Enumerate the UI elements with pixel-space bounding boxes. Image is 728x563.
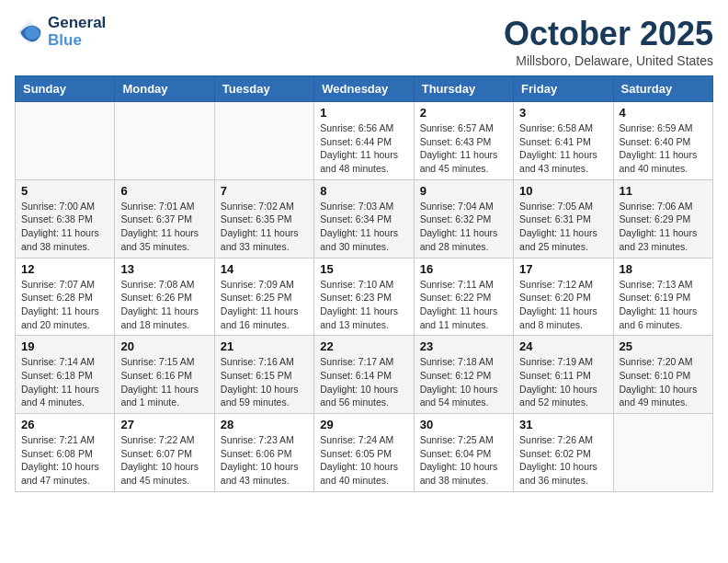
day-number: 11	[620, 184, 707, 198]
calendar-cell: 20Sunrise: 7:15 AM Sunset: 6:16 PM Dayli…	[115, 336, 214, 414]
day-info: Sunrise: 7:18 AM Sunset: 6:12 PM Dayligh…	[420, 355, 507, 409]
calendar-cell: 7Sunrise: 7:02 AM Sunset: 6:35 PM Daylig…	[214, 179, 313, 258]
day-number: 4	[620, 106, 707, 120]
calendar-table: SundayMondayTuesdayWednesdayThursdayFrid…	[15, 75, 713, 492]
calendar-cell	[16, 102, 115, 180]
day-number: 1	[320, 106, 407, 120]
day-info: Sunrise: 6:57 AM Sunset: 6:43 PM Dayligh…	[420, 121, 507, 176]
day-info: Sunrise: 7:24 AM Sunset: 6:05 PM Dayligh…	[320, 433, 407, 488]
day-number: 23	[420, 339, 507, 353]
weekday-header: Friday	[514, 76, 613, 102]
day-number: 24	[519, 339, 607, 353]
day-number: 29	[320, 418, 407, 431]
logo: General Blue	[15, 15, 106, 49]
day-number: 21	[221, 339, 308, 353]
calendar-cell: 30Sunrise: 7:25 AM Sunset: 6:04 PM Dayli…	[414, 414, 513, 492]
day-info: Sunrise: 7:01 AM Sunset: 6:37 PM Dayligh…	[120, 200, 208, 254]
title-block: October 2025 Millsboro, Delaware, United…	[504, 15, 713, 68]
day-info: Sunrise: 7:07 AM Sunset: 6:28 PM Dayligh…	[21, 278, 108, 332]
calendar-cell: 16Sunrise: 7:11 AM Sunset: 6:22 PM Dayli…	[414, 258, 513, 336]
calendar-cell: 25Sunrise: 7:20 AM Sunset: 6:10 PM Dayli…	[613, 336, 712, 414]
day-number: 17	[519, 262, 607, 276]
calendar-cell: 2Sunrise: 6:57 AM Sunset: 6:43 PM Daylig…	[414, 102, 513, 180]
calendar-cell: 12Sunrise: 7:07 AM Sunset: 6:28 PM Dayli…	[16, 258, 115, 336]
day-number: 8	[320, 184, 407, 198]
calendar-cell: 9Sunrise: 7:04 AM Sunset: 6:32 PM Daylig…	[414, 179, 513, 258]
day-number: 22	[320, 339, 407, 353]
day-number: 18	[620, 262, 707, 276]
calendar-cell: 13Sunrise: 7:08 AM Sunset: 6:26 PM Dayli…	[115, 258, 214, 336]
calendar-cell: 29Sunrise: 7:24 AM Sunset: 6:05 PM Dayli…	[314, 414, 414, 492]
calendar-cell: 1Sunrise: 6:56 AM Sunset: 6:44 PM Daylig…	[314, 102, 414, 180]
day-info: Sunrise: 7:17 AM Sunset: 6:14 PM Dayligh…	[320, 355, 407, 409]
day-number: 9	[420, 184, 507, 198]
day-number: 31	[519, 418, 607, 431]
calendar-cell: 11Sunrise: 7:06 AM Sunset: 6:29 PM Dayli…	[613, 179, 712, 258]
day-number: 25	[620, 339, 707, 353]
calendar-header-row: SundayMondayTuesdayWednesdayThursdayFrid…	[16, 76, 713, 102]
day-info: Sunrise: 7:00 AM Sunset: 6:38 PM Dayligh…	[21, 200, 108, 254]
day-info: Sunrise: 7:11 AM Sunset: 6:22 PM Dayligh…	[420, 278, 507, 332]
calendar-week-row: 19Sunrise: 7:14 AM Sunset: 6:18 PM Dayli…	[16, 336, 713, 414]
day-info: Sunrise: 7:05 AM Sunset: 6:31 PM Dayligh…	[519, 200, 607, 254]
day-info: Sunrise: 6:56 AM Sunset: 6:44 PM Dayligh…	[320, 121, 407, 176]
day-info: Sunrise: 7:13 AM Sunset: 6:19 PM Dayligh…	[620, 278, 707, 332]
calendar-cell	[115, 102, 214, 180]
day-number: 12	[21, 262, 108, 276]
month-title: October 2025	[504, 15, 713, 53]
calendar-week-row: 1Sunrise: 6:56 AM Sunset: 6:44 PM Daylig…	[16, 102, 713, 180]
calendar-cell: 3Sunrise: 6:58 AM Sunset: 6:41 PM Daylig…	[514, 102, 613, 180]
logo-text: General Blue	[48, 15, 106, 49]
day-number: 7	[221, 184, 308, 198]
day-number: 2	[420, 106, 507, 120]
page-header: General Blue October 2025 Millsboro, Del…	[15, 15, 713, 68]
day-info: Sunrise: 7:25 AM Sunset: 6:04 PM Dayligh…	[420, 433, 507, 488]
day-number: 19	[21, 339, 108, 353]
day-info: Sunrise: 7:04 AM Sunset: 6:32 PM Dayligh…	[420, 200, 507, 254]
calendar-cell: 24Sunrise: 7:19 AM Sunset: 6:11 PM Dayli…	[514, 336, 613, 414]
calendar-cell: 26Sunrise: 7:21 AM Sunset: 6:08 PM Dayli…	[16, 414, 115, 492]
calendar-week-row: 5Sunrise: 7:00 AM Sunset: 6:38 PM Daylig…	[16, 179, 713, 258]
day-info: Sunrise: 6:58 AM Sunset: 6:41 PM Dayligh…	[519, 121, 607, 176]
day-number: 26	[21, 418, 108, 431]
calendar-cell: 28Sunrise: 7:23 AM Sunset: 6:06 PM Dayli…	[214, 414, 313, 492]
day-number: 6	[120, 184, 208, 198]
day-info: Sunrise: 7:08 AM Sunset: 6:26 PM Dayligh…	[120, 278, 208, 332]
day-info: Sunrise: 7:15 AM Sunset: 6:16 PM Dayligh…	[120, 355, 208, 409]
day-number: 15	[320, 262, 407, 276]
weekday-header: Wednesday	[314, 76, 414, 102]
calendar-cell	[613, 414, 712, 492]
calendar-cell: 18Sunrise: 7:13 AM Sunset: 6:19 PM Dayli…	[613, 258, 712, 336]
day-info: Sunrise: 7:14 AM Sunset: 6:18 PM Dayligh…	[21, 355, 108, 409]
calendar-cell: 8Sunrise: 7:03 AM Sunset: 6:34 PM Daylig…	[314, 179, 414, 258]
day-info: Sunrise: 7:23 AM Sunset: 6:06 PM Dayligh…	[221, 433, 308, 488]
calendar-cell: 31Sunrise: 7:26 AM Sunset: 6:02 PM Dayli…	[514, 414, 613, 492]
day-info: Sunrise: 7:22 AM Sunset: 6:07 PM Dayligh…	[120, 433, 208, 488]
day-info: Sunrise: 7:10 AM Sunset: 6:23 PM Dayligh…	[320, 278, 407, 332]
day-info: Sunrise: 6:59 AM Sunset: 6:40 PM Dayligh…	[620, 121, 707, 176]
day-info: Sunrise: 7:19 AM Sunset: 6:11 PM Dayligh…	[519, 355, 607, 409]
calendar-cell: 14Sunrise: 7:09 AM Sunset: 6:25 PM Dayli…	[214, 258, 313, 336]
weekday-header: Monday	[115, 76, 214, 102]
day-number: 30	[420, 418, 507, 431]
day-info: Sunrise: 7:06 AM Sunset: 6:29 PM Dayligh…	[620, 200, 707, 254]
calendar-cell: 5Sunrise: 7:00 AM Sunset: 6:38 PM Daylig…	[16, 179, 115, 258]
calendar-cell	[214, 102, 313, 180]
day-info: Sunrise: 7:09 AM Sunset: 6:25 PM Dayligh…	[221, 278, 308, 332]
day-number: 28	[221, 418, 308, 431]
calendar-cell: 22Sunrise: 7:17 AM Sunset: 6:14 PM Dayli…	[314, 336, 414, 414]
location: Millsboro, Delaware, United States	[504, 53, 713, 68]
calendar-cell: 10Sunrise: 7:05 AM Sunset: 6:31 PM Dayli…	[514, 179, 613, 258]
day-number: 27	[120, 418, 208, 431]
day-number: 16	[420, 262, 507, 276]
day-info: Sunrise: 7:03 AM Sunset: 6:34 PM Dayligh…	[320, 200, 407, 254]
calendar-cell: 6Sunrise: 7:01 AM Sunset: 6:37 PM Daylig…	[115, 179, 214, 258]
calendar-week-row: 26Sunrise: 7:21 AM Sunset: 6:08 PM Dayli…	[16, 414, 713, 492]
weekday-header: Thursday	[414, 76, 513, 102]
day-info: Sunrise: 7:02 AM Sunset: 6:35 PM Dayligh…	[221, 200, 308, 254]
weekday-header: Saturday	[613, 76, 712, 102]
day-number: 14	[221, 262, 308, 276]
calendar-cell: 19Sunrise: 7:14 AM Sunset: 6:18 PM Dayli…	[16, 336, 115, 414]
calendar-cell: 27Sunrise: 7:22 AM Sunset: 6:07 PM Dayli…	[115, 414, 214, 492]
day-number: 13	[120, 262, 208, 276]
